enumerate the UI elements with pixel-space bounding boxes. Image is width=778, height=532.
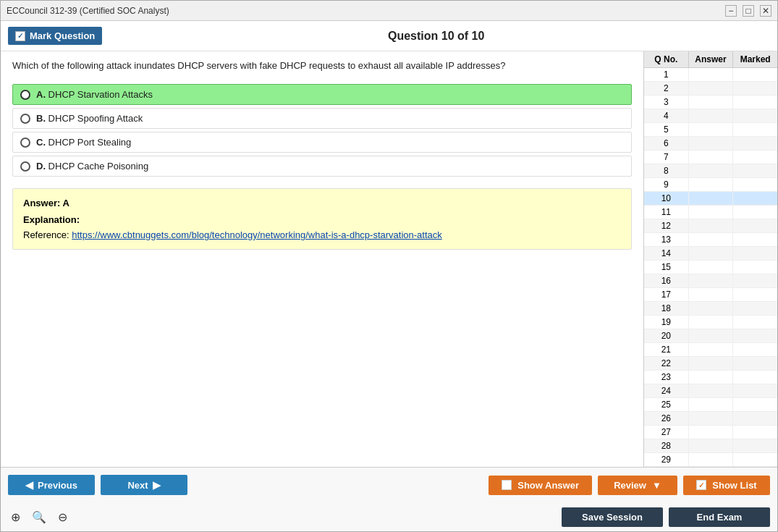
sidebar-cell-qno: 16 (644, 274, 689, 287)
list-item[interactable]: 5 (644, 123, 777, 137)
sidebar-body[interactable]: 1234567891011121314151617181920212223242… (644, 68, 777, 467)
close-button[interactable]: ✕ (760, 5, 771, 17)
list-item[interactable]: 12 (644, 219, 777, 233)
sidebar-cell-qno: 20 (644, 329, 689, 342)
sidebar-cell-marked (733, 123, 777, 136)
list-item[interactable]: 9 (644, 178, 777, 192)
show-list-button[interactable]: ✓ Show List (683, 476, 770, 495)
option-b-row[interactable]: B. DHCP Spoofing Attack (12, 108, 632, 129)
list-item[interactable]: 15 (644, 261, 777, 274)
sidebar-cell-answer (689, 96, 734, 109)
list-item[interactable]: 16 (644, 274, 777, 288)
zoom-normal-button[interactable]: 🔍 (29, 509, 49, 525)
sidebar-cell-answer (689, 274, 734, 287)
sidebar-cell-answer (689, 123, 734, 136)
list-item[interactable]: 1 (644, 68, 777, 82)
list-item[interactable]: 20 (644, 329, 777, 343)
review-button[interactable]: Review ▼ (598, 476, 677, 495)
sidebar-cell-answer (689, 453, 734, 466)
sidebar-cell-qno: 26 (644, 412, 689, 425)
list-item[interactable]: 6 (644, 137, 777, 151)
maximize-button[interactable]: □ (743, 5, 754, 17)
list-item[interactable]: 14 (644, 247, 777, 261)
sidebar-cell-answer (689, 109, 734, 122)
list-item[interactable]: 29 (644, 453, 777, 467)
show-answer-button[interactable]: Show Answer (489, 476, 592, 495)
sidebar-header: Q No. Answer Marked (644, 51, 777, 68)
sidebar-cell-marked (733, 219, 777, 232)
list-item[interactable]: 26 (644, 412, 777, 426)
list-item[interactable]: 2 (644, 82, 777, 96)
sidebar-cell-answer (689, 426, 734, 439)
sidebar-cell-marked (733, 329, 777, 342)
zoom-out-button[interactable]: ⊖ (55, 509, 70, 525)
list-item[interactable]: 18 (644, 302, 777, 316)
sidebar-cell-marked (733, 412, 777, 425)
sidebar-cell-qno: 18 (644, 302, 689, 315)
next-button[interactable]: Next ▶ (101, 475, 187, 495)
show-list-checkbox-icon: ✓ (696, 480, 706, 490)
sidebar-cell-marked (733, 192, 777, 205)
option-b-radio (20, 114, 30, 124)
sidebar-cell-marked (733, 426, 777, 439)
sidebar-cell-qno: 3 (644, 96, 689, 109)
list-item[interactable]: 4 (644, 109, 777, 123)
list-item[interactable]: 24 (644, 384, 777, 398)
save-session-button[interactable]: Save Session (562, 507, 663, 527)
sidebar-cell-qno: 22 (644, 357, 689, 370)
list-item[interactable]: 3 (644, 96, 777, 109)
previous-button[interactable]: ◀ Previous (8, 475, 95, 495)
list-item[interactable]: 8 (644, 164, 777, 178)
sidebar-cell-marked (733, 371, 777, 384)
sidebar-cell-answer (689, 68, 734, 81)
sidebar-cell-answer (689, 247, 734, 260)
list-item[interactable]: 19 (644, 316, 777, 329)
show-answer-label: Show Answer (517, 480, 579, 491)
reference-prefix: Reference: (23, 229, 69, 240)
list-item[interactable]: 27 (644, 426, 777, 439)
sidebar-cell-qno: 7 (644, 151, 689, 164)
sidebar-cell-answer (689, 412, 734, 425)
option-d-row[interactable]: D. DHCP Cache Poisoning (12, 156, 632, 177)
option-c-row[interactable]: C. DHCP Port Stealing (12, 132, 632, 153)
sidebar-cell-qno: 13 (644, 233, 689, 246)
sidebar-cell-marked (733, 357, 777, 370)
list-item[interactable]: 11 (644, 206, 777, 219)
save-session-label: Save Session (582, 512, 643, 523)
sidebar-cell-marked (733, 68, 777, 81)
show-answer-checkbox-icon (502, 480, 512, 490)
sidebar-cell-qno: 6 (644, 137, 689, 150)
option-a-row[interactable]: A. DHCP Starvation Attacks (12, 84, 632, 105)
sidebar-cell-qno: 8 (644, 164, 689, 177)
sidebar-cell-marked (733, 398, 777, 411)
end-exam-button[interactable]: End Exam (669, 507, 770, 527)
sidebar-cell-answer (689, 164, 734, 177)
toolbar: ✓ Mark Question Question 10 of 10 (1, 21, 777, 51)
sidebar-cell-answer (689, 384, 734, 397)
list-item[interactable]: 28 (644, 439, 777, 453)
sidebar-cell-qno: 11 (644, 206, 689, 219)
list-item[interactable]: 21 (644, 343, 777, 357)
list-item[interactable]: 23 (644, 371, 777, 384)
list-item[interactable]: 7 (644, 151, 777, 164)
reference-link[interactable]: https://www.cbtnuggets.com/blog/technolo… (72, 229, 442, 240)
sidebar-cell-answer (689, 371, 734, 384)
next-arrow-icon: ▶ (153, 479, 161, 491)
sidebar-cell-answer (689, 233, 734, 246)
sidebar-cell-qno: 24 (644, 384, 689, 397)
mark-question-button[interactable]: ✓ Mark Question (8, 27, 102, 45)
sidebar-cell-qno: 29 (644, 453, 689, 466)
title-bar-controls: − □ ✕ (725, 5, 771, 17)
minimize-button[interactable]: − (725, 5, 737, 17)
sidebar-cell-qno: 28 (644, 439, 689, 452)
sidebar-cell-qno: 9 (644, 178, 689, 191)
list-item[interactable]: 13 (644, 233, 777, 247)
sidebar-cell-answer (689, 192, 734, 205)
list-item[interactable]: 22 (644, 357, 777, 371)
list-item[interactable]: 10 (644, 192, 777, 206)
sidebar-cell-qno: 5 (644, 123, 689, 136)
list-item[interactable]: 17 (644, 288, 777, 302)
list-item[interactable]: 25 (644, 398, 777, 412)
zoom-in-button[interactable]: ⊕ (8, 509, 23, 525)
sidebar-cell-marked (733, 274, 777, 287)
